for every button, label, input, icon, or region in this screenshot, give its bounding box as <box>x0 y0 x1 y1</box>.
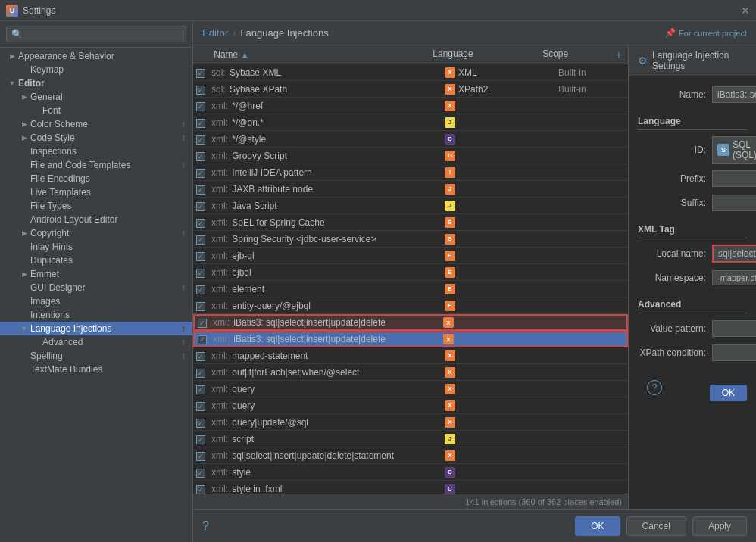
xpath-condition-input[interactable] <box>712 344 756 361</box>
sidebar-item-live-templates[interactable]: Live Templates <box>0 185 192 199</box>
row-checkbox[interactable] <box>193 251 208 261</box>
table-row[interactable]: xml: script J <box>193 431 628 447</box>
row-checkbox[interactable] <box>193 184 208 195</box>
table-row[interactable]: xml: style C <box>193 464 628 481</box>
project-scope-toggle[interactable]: 📌 For current project <box>665 28 747 38</box>
checkbox[interactable] <box>196 169 205 178</box>
row-checkbox[interactable] <box>195 317 210 328</box>
row-checkbox[interactable] <box>193 151 208 161</box>
table-row[interactable]: xml: element E <box>193 281 628 297</box>
table-row[interactable]: xml: IntelliJ IDEA pattern I <box>193 164 628 181</box>
table-row[interactable]: xml: SpEL for Spring Cache S <box>193 214 628 231</box>
sidebar-item-file-types[interactable]: File Types <box>0 199 192 213</box>
table-row[interactable]: xml: Spring Security <jdbc-user-service>… <box>193 231 628 248</box>
checkbox[interactable] <box>196 302 205 311</box>
help-icon-button[interactable]: ? <box>647 380 662 395</box>
sidebar-item-emmet[interactable]: ▶ Emmet <box>0 267 192 281</box>
checkbox[interactable] <box>198 335 207 344</box>
row-checkbox[interactable] <box>193 417 208 428</box>
table-row[interactable]: xml: */@href X <box>193 98 628 114</box>
checkbox[interactable] <box>196 235 205 245</box>
sidebar-item-advanced[interactable]: Advanced ⬆ <box>0 335 192 349</box>
table-row[interactable]: xml: ejb-ql E <box>193 248 628 264</box>
sidebar-item-color-scheme[interactable]: ▶ Color Scheme ⬆ <box>0 117 192 131</box>
sidebar-item-duplicates[interactable]: Duplicates <box>0 254 192 267</box>
ok-button[interactable]: OK <box>575 516 620 536</box>
table-row[interactable]: xml: sql|select|insert|update|delete|sta… <box>193 447 628 464</box>
sidebar-item-editor[interactable]: ▼ Editor <box>0 76 192 90</box>
row-checkbox[interactable] <box>193 484 208 494</box>
sidebar-item-textmate[interactable]: TextMate Bundles <box>0 363 192 376</box>
checkbox[interactable] <box>196 285 205 294</box>
sidebar-item-inspections[interactable]: Inspections <box>0 145 192 158</box>
local-name-input[interactable] <box>712 245 756 263</box>
checkbox[interactable] <box>196 219 205 228</box>
table-row[interactable]: xml: */@style C <box>193 131 628 148</box>
name-input[interactable] <box>712 86 756 103</box>
row-checkbox[interactable] <box>193 367 208 378</box>
table-row[interactable]: sql: Sybase XPath X XPath2 Built-in <box>193 81 628 98</box>
table-row[interactable]: xml: query|update/@sql X <box>193 414 628 431</box>
table-row-ibatis-selected[interactable]: xml: iBatis3: sql|select|insert|update|d… <box>193 331 628 347</box>
checkbox[interactable] <box>196 252 205 261</box>
row-checkbox[interactable] <box>193 467 208 478</box>
sidebar-item-spelling[interactable]: Spelling ⬆ <box>0 349 192 363</box>
sidebar-item-gui-designer[interactable]: GUI Designer ⬆ <box>0 281 192 294</box>
checkbox[interactable] <box>196 119 205 128</box>
checkbox[interactable] <box>196 469 205 478</box>
table-row[interactable]: xml: out|if|forEach|set|when/@select X <box>193 364 628 381</box>
checkbox[interactable] <box>196 419 205 428</box>
column-header-name[interactable]: Name ▲ <box>208 48 426 61</box>
row-checkbox[interactable] <box>193 267 208 278</box>
suffix-input[interactable] <box>712 195 756 211</box>
close-button[interactable]: ✕ <box>741 5 750 17</box>
row-checkbox[interactable] <box>193 134 208 145</box>
table-row[interactable]: xml: ejbql E <box>193 264 628 281</box>
table-row[interactable]: xml: query X <box>193 381 628 397</box>
row-checkbox[interactable] <box>193 301 208 311</box>
id-value-display[interactable]: S SQL (SQL) <box>712 136 756 164</box>
row-checkbox[interactable] <box>193 434 208 444</box>
column-header-scope[interactable]: Scope <box>536 48 610 61</box>
checkbox[interactable] <box>198 319 207 328</box>
row-checkbox[interactable] <box>193 84 208 95</box>
table-row[interactable]: xml: */@on.* J <box>193 114 628 131</box>
row-checkbox[interactable] <box>193 284 208 294</box>
checkbox[interactable] <box>196 152 205 161</box>
sidebar-item-file-code-templates[interactable]: File and Code Templates ⬆ <box>0 158 192 172</box>
sidebar-item-general[interactable]: ▶ General <box>0 90 192 104</box>
namespace-input[interactable] <box>712 270 756 285</box>
checkbox[interactable] <box>196 352 205 361</box>
column-header-language[interactable]: Language <box>426 48 536 61</box>
row-checkbox[interactable] <box>193 201 208 211</box>
checkbox[interactable] <box>196 136 205 145</box>
checkbox[interactable] <box>196 202 205 211</box>
cancel-button[interactable]: Cancel <box>626 516 686 536</box>
sidebar-item-keymap[interactable]: Keymap <box>0 63 192 76</box>
checkbox[interactable] <box>196 452 205 461</box>
add-button[interactable]: + <box>610 48 628 61</box>
sidebar-item-copyright[interactable]: ▶ Copyright ⬆ <box>0 226 192 240</box>
row-checkbox[interactable] <box>193 384 208 394</box>
sidebar-item-intentions[interactable]: Intentions <box>0 308 192 322</box>
sidebar-item-inlay-hints[interactable]: Inlay Hints <box>0 240 192 254</box>
table-row[interactable]: sql: Sybase XML X XML Built-in <box>193 64 628 81</box>
checkbox[interactable] <box>196 185 205 195</box>
sidebar-item-appearance[interactable]: ▶ Appearance & Behavior <box>0 49 192 63</box>
row-checkbox[interactable] <box>193 117 208 128</box>
table-row[interactable]: xml: style in .fxml C <box>193 481 628 494</box>
row-checkbox[interactable] <box>193 101 208 111</box>
checkbox[interactable] <box>196 86 205 95</box>
table-row-ibatis-highlighted[interactable]: xml: iBatis3: sql|select|insert|update|d… <box>193 314 628 331</box>
value-pattern-input[interactable] <box>712 320 756 337</box>
sidebar-item-code-style[interactable]: ▶ Code Style ⬆ <box>0 131 192 145</box>
sidebar-item-android-layout[interactable]: Android Layout Editor <box>0 213 192 226</box>
checkbox[interactable] <box>196 102 205 111</box>
sidebar-item-file-encodings[interactable]: File Encodings <box>0 172 192 185</box>
sidebar-item-font[interactable]: Font <box>0 104 192 117</box>
table-row[interactable]: xml: query X <box>193 397 628 414</box>
checkbox[interactable] <box>196 69 205 78</box>
row-checkbox[interactable] <box>193 450 208 461</box>
row-checkbox[interactable] <box>193 350 208 361</box>
table-row[interactable]: xml: entity-query/@ejbql E <box>193 297 628 314</box>
